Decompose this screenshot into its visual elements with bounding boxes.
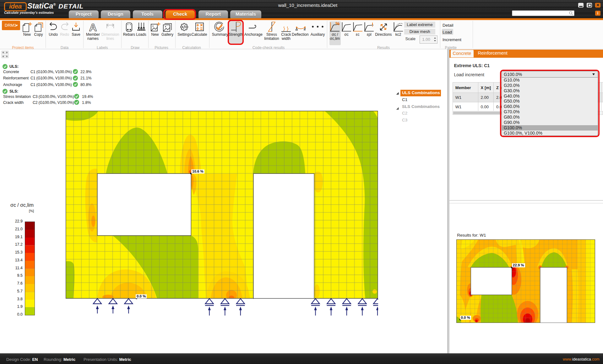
svg-text:%: %: [336, 22, 340, 26]
svg-text:A: A: [89, 22, 97, 32]
